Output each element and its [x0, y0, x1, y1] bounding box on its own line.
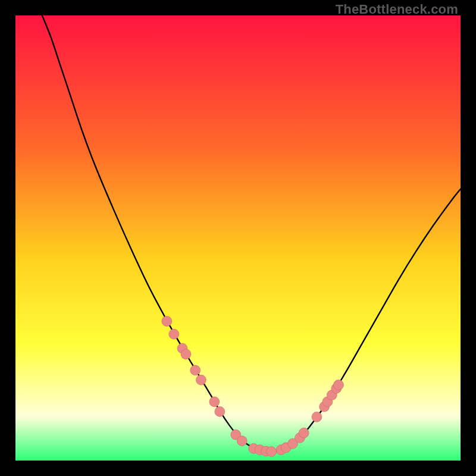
data-marker: [334, 380, 344, 390]
data-marker: [196, 375, 206, 385]
data-marker: [299, 428, 309, 438]
data-marker: [312, 412, 322, 422]
data-marker: [215, 406, 225, 416]
bottleneck-chart: [15, 15, 461, 461]
data-marker: [237, 436, 247, 446]
data-marker: [190, 365, 201, 375]
data-marker: [267, 447, 277, 457]
data-marker: [209, 397, 220, 407]
chart-frame: [15, 15, 461, 461]
gradient-background: [15, 15, 461, 461]
data-marker: [162, 316, 172, 326]
data-marker: [181, 349, 191, 359]
data-marker: [169, 329, 179, 339]
